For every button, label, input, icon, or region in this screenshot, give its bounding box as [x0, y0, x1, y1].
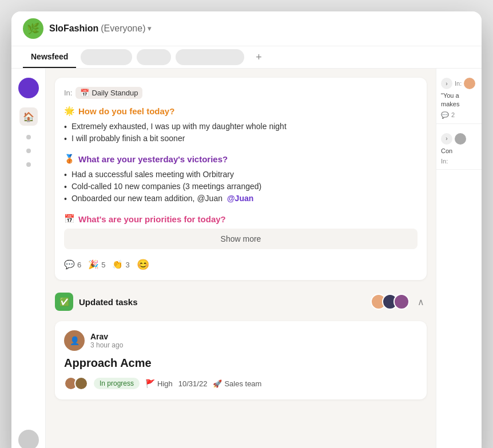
add-tab-button[interactable]: +	[250, 48, 268, 67]
home-icon: 🏠	[23, 111, 34, 122]
victories-bullets: Had a successful sales meeting with Orbi…	[64, 169, 418, 205]
list-item: Had a successful sales meeting with Orbi…	[64, 169, 418, 181]
right-in-label-2: In:	[441, 158, 477, 165]
priorities-emoji: 📅	[64, 214, 75, 224]
list-item: Onboarded our new team addition, @Juan@J…	[64, 193, 418, 205]
list-item: I will probably finish a bit sooner	[64, 133, 418, 145]
priority-label: High	[157, 379, 173, 388]
workspace-name[interactable]: SloFashion (Everyone) ▾	[49, 23, 151, 34]
in-text: In:	[64, 89, 72, 97]
sidebar-item-home[interactable]: 🏠	[19, 107, 38, 126]
reaction-comments[interactable]: 💬 6	[64, 259, 81, 270]
comment-count: 6	[77, 261, 81, 269]
list-item: Cold-called 10 new companies (3 meetings…	[64, 181, 418, 193]
priority-flag-icon: 🚩	[145, 379, 155, 388]
main-layout: 🏠 In: 📅 Daily Standup	[11, 69, 482, 448]
task-post-card: 👤 Arav 3 hour ago Approach Acme	[55, 321, 427, 399]
sidebar-bottom-circle[interactable]	[18, 430, 39, 448]
reaction-celebrate[interactable]: 🎉 5	[88, 259, 105, 270]
right-in-text-2: In:	[441, 158, 448, 165]
clap-emoji: 👏	[112, 259, 123, 270]
right-comment-count: 2	[451, 111, 455, 118]
right-avatar-1	[464, 78, 475, 89]
nav-tabs: Newsfeed +	[11, 46, 482, 69]
reactions-bar: 💬 6 🎉 5 👏 3 😊	[64, 256, 418, 271]
sidebar-dot-1	[26, 135, 31, 139]
clap-count: 3	[125, 261, 129, 269]
feel-emoji: 🌟	[64, 106, 75, 116]
author-name: Arav	[90, 332, 123, 341]
tasks-avatars	[371, 294, 409, 310]
victories-emoji: 🥉	[64, 154, 75, 164]
sidebar-dot-2	[26, 149, 31, 153]
sidebar: 🏠	[11, 69, 46, 448]
tab-pill-2[interactable]	[137, 49, 171, 65]
task-author: 👤 Arav 3 hour ago	[64, 330, 418, 351]
collapse-tasks-button[interactable]: ∧	[415, 294, 427, 310]
sidebar-bottom	[18, 430, 39, 448]
task-meta: In progress 🚩 High 10/31/22 🚀 Sales team	[64, 377, 418, 390]
right-expand-button-2[interactable]: ›	[441, 133, 452, 145]
sidebar-dot-3	[26, 162, 31, 167]
task-meta-avatars	[64, 377, 88, 390]
right-card-1: › In: "You a makes 💬 2	[436, 73, 482, 124]
right-expand-button-1[interactable]: ›	[441, 78, 452, 89]
mention-juan[interactable]: @Juan	[227, 194, 253, 203]
app-window: 🌿 SloFashion (Everyone) ▾ Newsfeed + 🏠	[11, 11, 482, 448]
reaction-clap[interactable]: 👏 3	[112, 259, 129, 270]
celebrate-count: 5	[101, 261, 105, 269]
author-info: Arav 3 hour ago	[90, 332, 123, 349]
workspace-dropdown-icon[interactable]: ▾	[148, 25, 151, 33]
team-item: 🚀 Sales team	[213, 379, 261, 388]
list-item: Extremely exhausted, I was up with my da…	[64, 121, 418, 133]
right-comment-1: 💬 2	[441, 111, 477, 119]
celebrate-emoji: 🎉	[88, 259, 99, 270]
feel-bullets: Extremely exhausted, I was up with my da…	[64, 121, 418, 145]
tasks-title: Updated tasks	[79, 297, 365, 307]
tab-pill-3[interactable]	[176, 49, 244, 65]
tasks-icon: ✅	[55, 293, 73, 311]
tasks-section-header: ✅ Updated tasks ∧ 👤	[55, 287, 427, 399]
right-preview-text-2: Con	[441, 147, 477, 155]
author-avatar: 👤	[64, 330, 85, 351]
comment-icon: 💬	[64, 259, 75, 270]
right-preview-text-1: "You a makes	[441, 91, 477, 109]
right-panel: › In: "You a makes 💬 2 › Con In:	[436, 69, 482, 448]
meta-avatar-2	[74, 377, 88, 390]
rocket-icon: 🚀	[213, 379, 222, 388]
section-title-feel: 🌟 How do you feel today?	[64, 106, 418, 116]
priority-item: 🚩 High	[145, 379, 173, 388]
channel-name: Daily Standup	[92, 89, 138, 97]
author-time: 3 hour ago	[90, 341, 123, 349]
tab-pill-1[interactable]	[81, 49, 132, 65]
add-reaction-button[interactable]: 😊	[137, 258, 149, 271]
tab-newsfeed[interactable]: Newsfeed	[23, 46, 76, 68]
right-card-header-1: › In:	[441, 78, 477, 89]
tasks-header: ✅ Updated tasks ∧	[55, 287, 427, 317]
post-card: In: 📅 Daily Standup 🌟 How do you feel to…	[55, 78, 427, 280]
task-avatar-3	[393, 294, 409, 310]
header: 🌿 SloFashion (Everyone) ▾	[11, 11, 482, 46]
date-item: 10/31/22	[178, 379, 208, 388]
section-title-victories: 🥉 What are your yesterday's victories?	[64, 154, 418, 164]
user-avatar[interactable]	[18, 78, 39, 98]
section-title-priorities: 📅 What's are your priorities for today?	[64, 214, 418, 224]
channel-emoji: 📅	[80, 89, 89, 97]
right-card-2: › Con In:	[436, 129, 482, 170]
right-in-label-1: In:	[455, 80, 462, 87]
workspace-logo-emoji: 🌿	[27, 22, 39, 35]
team-label: Sales team	[224, 379, 261, 388]
content-area: In: 📅 Daily Standup 🌟 How do you feel to…	[46, 69, 436, 448]
right-avatar-2	[455, 133, 466, 145]
show-more-button[interactable]: Show more	[64, 229, 418, 249]
channel-badge[interactable]: 📅 Daily Standup	[75, 87, 142, 99]
post-in-label: In: 📅 Daily Standup	[64, 87, 418, 99]
status-badge[interactable]: In progress	[94, 378, 140, 389]
right-card-header-2: ›	[441, 133, 477, 145]
workspace-logo: 🌿	[23, 18, 43, 39]
task-title: Approach Acme	[64, 357, 418, 370]
date-value: 10/31/22	[178, 379, 208, 388]
comment-bubble-icon: 💬	[441, 111, 449, 119]
